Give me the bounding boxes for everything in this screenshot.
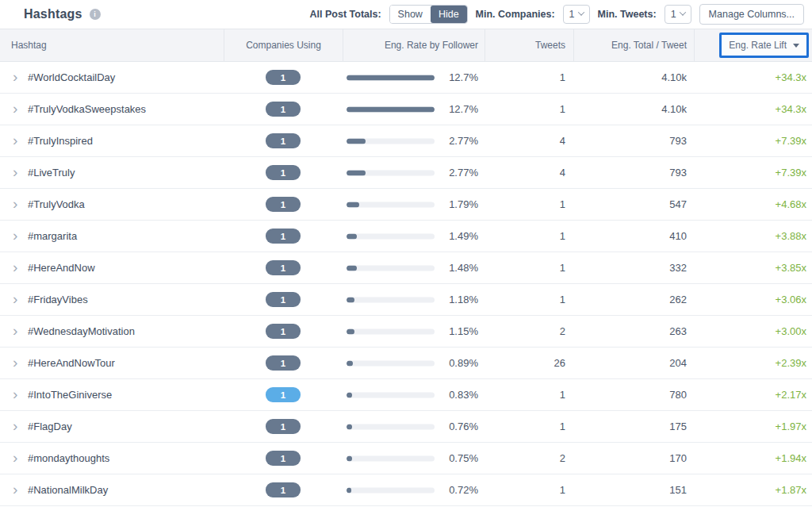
eng-rate-bar-fill [347,487,351,493]
tweets-value: 1 [560,262,565,274]
min-companies-value: 1 [569,9,575,20]
table-row[interactable]: › #TrulyVodka 1 1.79% 1 547 +4.68x [0,189,812,221]
eng-rate-value: 0.89% [449,357,478,369]
eng-rate-bar-fill [347,233,357,239]
eng-rate-bar-fill [347,424,352,429]
eng-rate-bar-fill [347,265,357,271]
expand-chevron-icon[interactable]: › [13,418,24,433]
eng-rate-value: 1.15% [449,325,478,337]
tweets-value: 1 [560,484,565,496]
eng-rate-bar-fill [347,106,435,112]
eng-rate-value: 0.72% [449,484,478,496]
table-row[interactable]: › #TrulyInspired 1 2.77% 4 793 +7.39x [0,125,812,157]
expand-chevron-icon[interactable]: › [13,228,24,243]
eng-rate-value: 0.76% [449,421,478,432]
eng-total-value: 4.10k [661,71,687,83]
expand-chevron-icon[interactable]: › [13,69,24,84]
eng-rate-lift-header-label: Eng. Rate Lift [729,40,787,51]
eng-total-value: 780 [669,389,687,401]
column-header-companies-using[interactable]: Companies Using [224,29,343,61]
table-row[interactable]: › #LiveTruly 1 2.77% 4 793 +7.39x [0,157,812,189]
hashtag-label: #HereAndNowTour [28,357,115,369]
eng-rate-lift-value: +7.39x [776,135,806,147]
eng-rate-bar [347,392,435,398]
column-header-eng-rate-follower[interactable]: Eng. Rate by Follower [343,29,485,61]
eng-rate-bar [347,233,435,239]
min-tweets-select[interactable]: 1 [665,5,691,24]
table-row[interactable]: › #HereAndNowTour 1 0.89% 26 204 +2.39x [0,348,812,379]
tweets-value: 1 [560,230,565,242]
column-header-eng-total-tweet[interactable]: Eng. Total / Tweet [573,29,694,61]
expand-chevron-icon[interactable]: › [13,133,24,148]
expand-chevron-icon[interactable]: › [13,355,24,370]
eng-rate-lift-value: +3.85x [776,262,806,274]
eng-rate-value: 12.7% [449,103,478,115]
sorted-column-highlight[interactable]: Eng. Rate Lift [719,33,809,58]
companies-count-badge: 1 [266,133,301,148]
table-row[interactable]: › #TrulyVodkaSweepstakes 1 12.7% 1 4.10k… [0,94,812,125]
eng-rate-bar [347,138,435,144]
show-button[interactable]: Show [390,6,431,23]
eng-rate-bar [347,455,435,461]
eng-rate-value: 1.48% [449,262,478,274]
eng-rate-lift-value: +4.68x [776,198,806,210]
expand-chevron-icon[interactable]: › [13,323,24,338]
eng-rate-bar-fill [347,170,366,175]
companies-count-badge: 1 [266,70,301,85]
table-row[interactable]: › #HereAndNow 1 1.48% 1 332 +3.85x [0,252,812,284]
hashtag-label: #FlagDay [28,421,72,432]
eng-rate-lift-value: +3.00x [776,325,806,337]
eng-total-value: 793 [669,135,687,147]
eng-total-value: 263 [669,325,687,337]
tweets-value: 26 [554,357,565,369]
table-row[interactable]: › #IntoTheGiniverse 1 0.83% 1 780 +2.17x [0,379,812,411]
hashtag-label: #TrulyVodka [28,198,85,210]
table-row[interactable]: › #FlagDay 1 0.76% 1 175 +1.97x [0,411,812,443]
eng-total-value: 4.10k [661,103,687,115]
min-companies-select[interactable]: 1 [563,5,590,24]
hide-button[interactable]: Hide [431,6,467,23]
column-header-tweets[interactable]: Tweets [485,29,573,61]
hashtag-label: #LiveTruly [28,167,75,179]
eng-rate-value: 2.77% [449,135,478,147]
expand-chevron-icon[interactable]: › [13,101,24,116]
companies-count-badge: 1 [266,102,301,117]
companies-count-badge: 1 [266,387,301,402]
table-row[interactable]: › #WednesdayMotivation 1 1.15% 2 263 +3.… [0,316,812,348]
tweets-value: 2 [560,452,565,464]
hashtag-label: #FridayVibes [28,294,88,305]
expand-chevron-icon[interactable]: › [13,196,24,211]
companies-count-badge: 1 [266,324,301,339]
eng-rate-lift-value: +2.17x [776,389,806,401]
table-body: › #WorldCocktailDay 1 12.7% 1 4.10k +34.… [0,62,812,506]
show-hide-toggle: Show Hide [389,5,468,24]
min-tweets-value: 1 [671,9,676,20]
expand-chevron-icon[interactable]: › [13,450,24,465]
table-row[interactable]: › #WorldCocktailDay 1 12.7% 1 4.10k +34.… [0,62,812,94]
table-row[interactable]: › #mondaythoughts 1 0.75% 2 170 +1.94x [0,443,812,474]
tweets-value: 1 [560,71,565,83]
eng-rate-bar [347,265,435,271]
expand-chevron-icon[interactable]: › [13,386,24,401]
expand-chevron-icon[interactable]: › [13,482,24,497]
table-row[interactable]: › #NationalMilkDay 1 0.72% 1 151 +1.87x [0,474,812,506]
expand-chevron-icon[interactable]: › [13,291,24,306]
column-header-eng-rate-lift: Eng. Rate Lift [694,29,812,61]
eng-total-value: 332 [669,262,687,274]
toolbar: Hashtags i All Post Totals: Show Hide Mi… [0,0,812,29]
expand-chevron-icon[interactable]: › [13,259,24,275]
column-header-hashtag[interactable]: Hashtag [0,29,224,61]
hashtag-label: #NationalMilkDay [28,484,108,496]
eng-rate-value: 0.75% [449,452,478,464]
eng-rate-value: 12.7% [449,71,478,83]
info-icon[interactable]: i [90,9,101,20]
manage-columns-button[interactable]: Manage Columns... [699,4,804,25]
hashtag-label: #mondaythoughts [28,452,109,464]
eng-rate-bar [347,75,435,80]
eng-rate-bar [347,202,435,207]
hashtag-label: #IntoTheGiniverse [28,389,112,401]
table-row[interactable]: › #margarita 1 1.49% 1 410 +3.88x [0,221,812,252]
table-row[interactable]: › #FridayVibes 1 1.18% 1 262 +3.06x [0,284,812,316]
hashtag-label: #WorldCocktailDay [28,71,115,83]
expand-chevron-icon[interactable]: › [13,164,24,179]
